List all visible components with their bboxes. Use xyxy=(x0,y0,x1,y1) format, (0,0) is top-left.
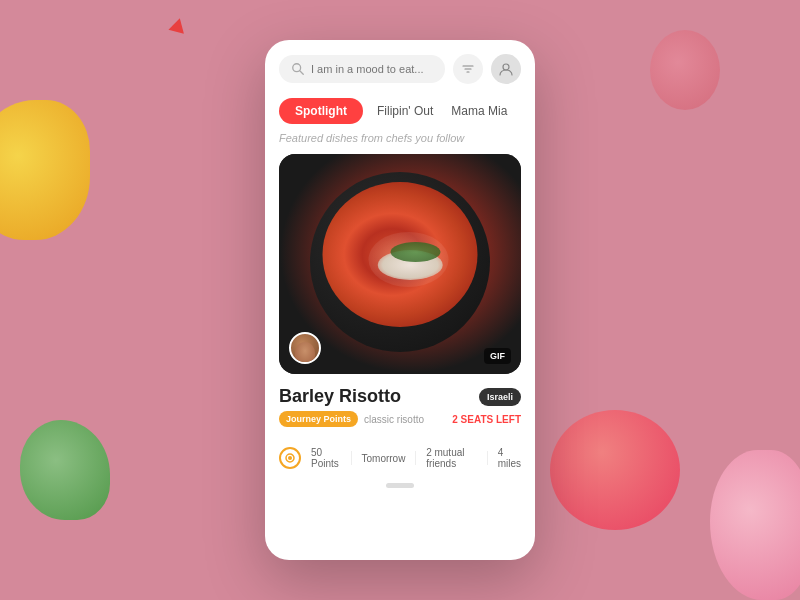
search-input-wrap[interactable] xyxy=(279,55,445,83)
dish-herbs xyxy=(390,242,440,262)
gif-badge: GIF xyxy=(484,348,511,364)
user-avatar-icon[interactable] xyxy=(491,54,521,84)
journey-points-badge: Journey Points xyxy=(279,411,358,427)
cuisine-badge: Israeli xyxy=(479,388,521,406)
tab-spotlight[interactable]: Spotlight xyxy=(279,98,363,124)
background-blob-pink-large xyxy=(550,410,680,530)
background-blob-pink-right xyxy=(710,450,800,600)
dish-description: classic risotto xyxy=(364,414,424,425)
stat-divider-2 xyxy=(415,451,416,465)
phone-card: Spotlight Filipin' Out Mama Mia Featured… xyxy=(265,40,535,560)
filter-svg xyxy=(461,62,475,76)
food-image: GIF xyxy=(279,154,521,374)
card-info: Barley Risotto Israeli Journey Points cl… xyxy=(265,374,535,441)
chef-avatar xyxy=(289,332,321,364)
filter-icon[interactable] xyxy=(453,54,483,84)
background-blob-yellow xyxy=(0,100,90,240)
dish-title: Barley Risotto xyxy=(279,386,401,407)
search-input[interactable] xyxy=(311,63,433,75)
stat-distance: 4 miles xyxy=(498,447,521,469)
scroll-indicator xyxy=(265,483,535,498)
stat-divider-3 xyxy=(487,451,488,465)
dish-subtitle-row: Journey Points classic risotto 2 SEATS L… xyxy=(279,411,521,427)
tab-mama-mia[interactable]: Mama Mia xyxy=(447,98,511,124)
search-bar xyxy=(265,40,535,92)
svg-point-5 xyxy=(503,64,509,70)
stat-time: Tomorrow xyxy=(362,453,406,464)
seats-left-badge: 2 SEATS LEFT xyxy=(452,414,521,425)
svg-line-1 xyxy=(300,71,304,75)
background-blob-green xyxy=(20,420,110,520)
tab-bar: Spotlight Filipin' Out Mama Mia xyxy=(265,92,535,132)
svg-point-7 xyxy=(288,456,292,460)
stats-row: 50 Points Tomorrow 2 mutual friends 4 mi… xyxy=(265,441,535,483)
scroll-dot xyxy=(386,483,414,488)
dish-food xyxy=(323,182,478,327)
tab-filipin-out[interactable]: Filipin' Out xyxy=(373,98,437,124)
user-svg xyxy=(498,61,514,77)
stat-divider-1 xyxy=(351,451,352,465)
arrow-icon xyxy=(168,16,187,34)
chef-face xyxy=(295,342,315,364)
stat-points: 50 Points xyxy=(311,447,341,469)
background-blob-pink-top-right xyxy=(650,30,720,110)
featured-subtitle: Featured dishes from chefs you follow xyxy=(265,132,535,154)
search-icon xyxy=(291,62,305,76)
dish-title-row: Barley Risotto Israeli xyxy=(279,386,521,407)
stat-friends: 2 mutual friends xyxy=(426,447,477,469)
points-icon xyxy=(279,447,301,469)
circle-icon-svg xyxy=(284,452,296,464)
